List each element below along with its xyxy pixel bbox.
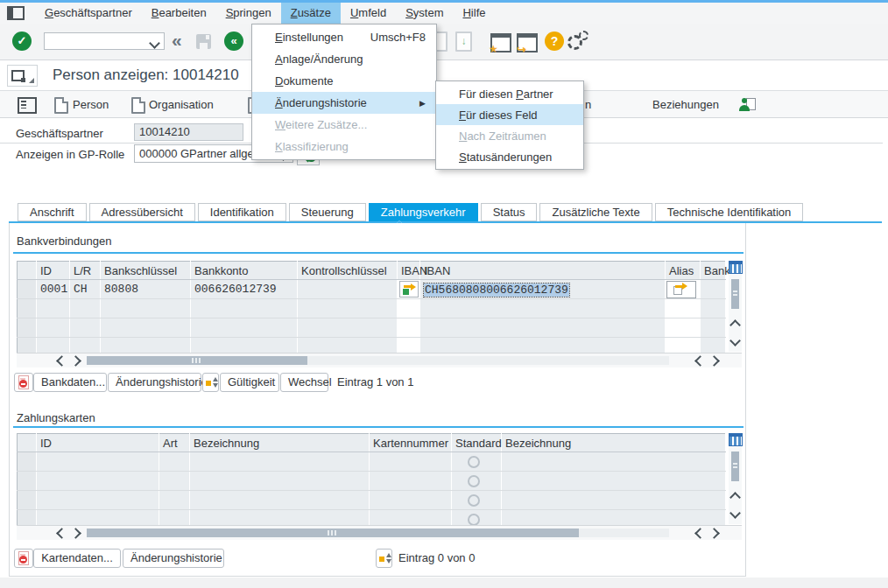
cards-hscroll-track[interactable] [87,528,669,537]
submenu-item-fuer-dieses-feld[interactable]: Für dieses Feld [436,104,583,125]
standard-radio[interactable] [468,456,480,468]
bank-col-bankschluessel[interactable]: Bankschlüssel [101,262,191,280]
bank-vscroll-thumb[interactable] [731,279,739,309]
submenu-item-nach-zeitraeumen[interactable]: Nach Zeiträumen [436,125,583,146]
back-icon[interactable]: « [224,32,243,51]
services-for-object-button[interactable] [7,65,38,87]
menu-springen[interactable]: Springen [216,3,281,24]
alias-create-button[interactable] [666,281,696,298]
bank-row-1[interactable]: 0001 CH 80808 006626012739 CH56808080066… [18,280,726,299]
row-selector[interactable] [18,299,37,318]
cards-scroll-right-icon[interactable] [69,527,81,539]
bank-col-bankkonto[interactable]: Bankkonto [191,262,298,280]
bank-scroll-down-icon[interactable] [729,334,741,346]
menu-item-anlage-aenderung[interactable]: Anlage/Änderung [252,48,436,70]
partner-number-field[interactable]: 10014210 [134,123,243,141]
cards-vertical-scrollbar[interactable] [729,433,742,524]
menu-system[interactable]: System [396,3,453,24]
tab-technische-identifikation[interactable]: Technische Identifikation [655,203,804,221]
iban-value-selected[interactable]: CH5680808006626012739 [424,284,569,297]
wechsel-button[interactable]: Wechsel [280,373,328,392]
bankdaten-button[interactable]: Bankdaten... [33,373,107,392]
bank-col-iban-btn[interactable]: IBAN [398,262,420,280]
save-icon[interactable] [196,34,211,49]
bank-row-empty[interactable] [18,299,726,318]
locator-toggle-icon[interactable] [18,97,37,114]
row-selector[interactable] [18,491,37,510]
bank-cell-iban[interactable]: CH5680808006626012739 [420,280,666,299]
bank-scroll-right2-icon[interactable] [708,354,720,367]
tab-anschrift[interactable]: Anschrift [18,203,87,221]
standard-radio[interactable] [468,475,480,487]
menu-hilfe[interactable]: Hilfe [453,3,495,24]
screen-menu-icon[interactable] [7,6,25,20]
menu-item-weitere-zusaetze[interactable]: Weitere Zusätze... [252,114,436,136]
delete-bank-row-button[interactable] [14,373,33,392]
standard-radio[interactable] [468,494,480,507]
menu-umfeld[interactable]: Umfeld [341,3,396,24]
delete-card-row-button[interactable] [14,549,33,568]
bank-cell-bankkonto[interactable]: 006626012739 [191,280,298,299]
row-selector[interactable] [18,280,37,299]
cards-hscroll-thumb[interactable] [87,528,579,537]
cards-scroll-down-icon[interactable] [729,507,741,519]
cards-table-settings-icon[interactable] [729,433,743,446]
download-page-icon[interactable]: ↓ [455,32,472,52]
person-button[interactable]: Person [73,97,109,112]
cards-scroll-left-icon[interactable] [55,527,67,539]
tab-status[interactable]: Status [481,203,538,221]
beziehungen-button[interactable]: Beziehungen [652,97,719,112]
bank-scroll-left2-icon[interactable] [694,354,706,367]
cards-col-standard[interactable]: Standard [452,434,502,452]
tab-steuerung[interactable]: Steuerung [289,203,366,221]
cards-select-all-header[interactable] [18,434,37,452]
customize-layout-small-gear-icon[interactable] [579,31,588,40]
cards-vscroll-thumb[interactable] [731,452,739,481]
menu-item-einstellungen[interactable]: Einstellungen Umsch+F8 [252,26,436,48]
bank-col-lr[interactable]: L/R [70,262,101,280]
tab-zahlungsverkehr[interactable]: Zahlungsverkehr [369,203,478,221]
tab-zusaetzliche-texte[interactable]: Zusätzliche Texte [539,203,652,221]
bank-vertical-scrollbar[interactable] [729,261,742,352]
bank-cell-bank[interactable] [701,280,726,299]
bank-col-bank[interactable]: Bank [701,262,726,280]
collapse-chevrons-icon[interactable]: « [172,32,182,49]
bank-select-all-header[interactable] [18,262,37,280]
help-icon[interactable]: ? [545,32,564,51]
command-input[interactable] [44,32,165,50]
enter-check-icon[interactable]: ✓ [12,32,32,51]
cards-col-kartennummer[interactable]: Kartennummer [370,434,452,452]
tab-identifikation[interactable]: Identifikation [198,203,286,221]
bank-cell-bankschluessel[interactable]: 80808 [101,280,191,299]
row-selector[interactable] [18,472,37,491]
bank-scroll-up-icon[interactable] [729,318,741,331]
cards-scroll-right2-icon[interactable] [708,527,720,539]
menu-geschaeftspartner[interactable]: Geschäftspartner [35,3,142,24]
new-session-icon[interactable]: ★ [490,33,511,52]
kartendaten-button[interactable]: Kartendaten... [33,549,121,568]
partner-switch-person-icon[interactable] [738,98,751,111]
tab-adressuebersicht[interactable]: Adressübersicht [89,203,195,221]
bank-move-entry-button[interactable] [202,373,219,392]
cards-col-bezeichnung[interactable]: Bezeichnung [190,434,370,452]
menu-zusaetze[interactable]: Zusätze [281,3,341,24]
bank-hscroll-track[interactable] [87,356,669,365]
gueltigkeit-button[interactable]: Gültigkeit [220,373,279,392]
menu-item-dokumente[interactable]: Dokumente [252,70,436,92]
submenu-item-statusaenderungen[interactable]: Statusänderungen [436,146,583,167]
bank-col-kontrollschluessel[interactable]: Kontrollschlüssel [298,262,398,280]
bank-horizontal-scrollbar[interactable] [17,353,742,368]
row-selector[interactable] [18,452,37,472]
bank-cell-lr[interactable]: CH [70,280,101,299]
bank-col-id[interactable]: ID [37,262,70,280]
bank-scroll-left-icon[interactable] [55,354,67,367]
cards-scroll-up-icon[interactable] [729,491,741,503]
organisation-button[interactable]: Organisation [149,97,214,112]
bank-col-iban[interactable]: IBAN [420,262,666,280]
row-selector[interactable] [18,318,37,338]
submenu-item-fuer-diesen-partner[interactable]: Für diesen Partner [436,83,583,104]
bank-cell-id[interactable]: 0001 [37,280,70,299]
cards-col-id[interactable]: ID [37,434,159,452]
bank-table-settings-icon[interactable] [729,261,743,274]
bank-aenderungshistorie-button[interactable]: Änderungshistorie [108,373,201,392]
